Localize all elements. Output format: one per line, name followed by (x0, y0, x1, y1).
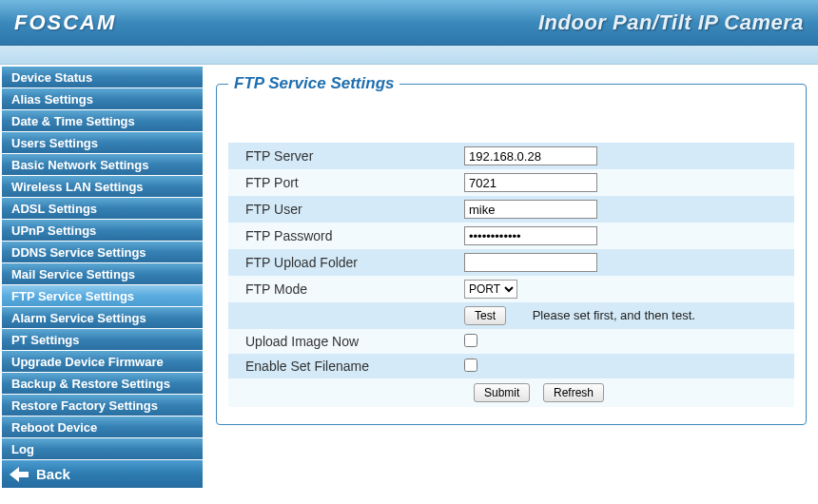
sidebar-item-label: PT Settings (11, 333, 80, 347)
row-ftp-mode: FTP Mode PORT (228, 276, 794, 302)
sidebar-item-wireless-lan-settings[interactable]: Wireless LAN Settings (2, 176, 203, 198)
upload-image-now-checkbox[interactable] (464, 334, 477, 347)
sidebar-item-ddns-service-settings[interactable]: DDNS Service Settings (2, 242, 203, 263)
sidebar-item-mail-service-settings[interactable]: Mail Service Settings (2, 263, 203, 285)
enable-set-filename-label: Enable Set Filename (228, 354, 457, 378)
sidebar-item-basic-network-settings[interactable]: Basic Network Settings (2, 154, 203, 176)
ftp-port-label: FTP Port (228, 169, 457, 196)
sidebar-item-users-settings[interactable]: Users Settings (2, 132, 203, 154)
sidebar-item-label: Users Settings (11, 136, 98, 150)
sidebar-item-device-status[interactable]: Device Status (2, 67, 203, 88)
sidebar-item-back[interactable]: Back (2, 460, 203, 489)
sidebar-item-upnp-settings[interactable]: UPnP Settings (2, 220, 203, 242)
row-upload-image-now: Upload Image Now (228, 329, 794, 354)
panel-title: FTP Service Settings (228, 74, 399, 93)
row-ftp-user: FTP User (228, 196, 794, 223)
sidebar-item-label: Mail Service Settings (11, 267, 135, 281)
sidebar: Device Status Alias Settings Date & Time… (0, 65, 204, 504)
ftp-user-label: FTP User (228, 196, 457, 223)
ftp-mode-select[interactable]: PORT (464, 280, 517, 299)
sidebar-item-ftp-service-settings[interactable]: FTP Service Settings (2, 285, 203, 307)
sidebar-item-label: Backup & Restore Settings (11, 377, 170, 391)
sidebar-item-upgrade-device-firmware[interactable]: Upgrade Device Firmware (2, 351, 203, 373)
sidebar-item-label: Alias Settings (11, 92, 93, 107)
row-ftp-server: FTP Server (228, 143, 794, 169)
subheader-bar (0, 46, 818, 65)
sidebar-item-label: Device Status (11, 70, 92, 85)
sidebar-item-label: Log (11, 442, 34, 456)
main-content: FTP Service Settings FTP Server FTP Port… (204, 65, 818, 504)
upload-image-now-label: Upload Image Now (228, 329, 457, 354)
back-arrow-icon (10, 466, 29, 483)
sidebar-item-label: FTP Service Settings (11, 289, 134, 303)
sidebar-item-label: Reboot Device (11, 420, 97, 435)
ftp-upload-folder-label: FTP Upload Folder (228, 249, 457, 276)
row-ftp-port: FTP Port (228, 169, 794, 196)
ftp-password-input[interactable] (464, 226, 597, 245)
sidebar-item-alarm-service-settings[interactable]: Alarm Service Settings (2, 307, 203, 329)
test-message: Please set first, and then test. (533, 308, 695, 322)
row-actions: Submit Refresh (228, 378, 794, 407)
row-ftp-upload-folder: FTP Upload Folder (228, 249, 794, 276)
ftp-password-label: FTP Password (228, 223, 457, 249)
sidebar-item-date-time-settings[interactable]: Date & Time Settings (2, 110, 203, 132)
row-ftp-password: FTP Password (228, 223, 794, 249)
sidebar-item-reboot-device[interactable]: Reboot Device (2, 417, 203, 438)
svg-marker-0 (10, 467, 29, 482)
sidebar-item-label: Alarm Service Settings (11, 311, 146, 325)
ftp-server-input[interactable] (464, 146, 597, 165)
sidebar-item-restore-factory-settings[interactable]: Restore Factory Settings (2, 395, 203, 417)
ftp-server-label: FTP Server (228, 143, 457, 169)
sidebar-item-backup-restore-settings[interactable]: Backup & Restore Settings (2, 373, 203, 395)
sidebar-item-label: Upgrade Device Firmware (11, 355, 164, 369)
enable-set-filename-checkbox[interactable] (464, 359, 477, 372)
header: FOSCAM Indoor Pan/Tilt IP Camera (0, 0, 818, 46)
sidebar-item-label: UPnP Settings (11, 223, 96, 238)
refresh-button[interactable]: Refresh (543, 383, 604, 402)
brand-logo: FOSCAM (14, 10, 116, 35)
ftp-upload-folder-input[interactable] (464, 253, 597, 272)
test-button[interactable]: Test (464, 306, 506, 325)
row-test: Test Please set first, and then test. (228, 302, 794, 329)
row-enable-set-filename: Enable Set Filename (228, 354, 794, 378)
sidebar-item-log[interactable]: Log (2, 438, 203, 460)
sidebar-item-label: Basic Network Settings (11, 158, 149, 172)
sidebar-item-label: ADSL Settings (11, 202, 97, 216)
header-title: Indoor Pan/Tilt IP Camera (538, 10, 804, 35)
sidebar-item-label: Date & Time Settings (11, 114, 135, 128)
sidebar-item-label: Restore Factory Settings (11, 398, 158, 413)
sidebar-item-alias-settings[interactable]: Alias Settings (2, 88, 203, 110)
ftp-settings-form: FTP Server FTP Port FTP User FTP Passwor… (228, 143, 794, 407)
sidebar-item-adsl-settings[interactable]: ADSL Settings (2, 198, 203, 220)
submit-button[interactable]: Submit (474, 383, 530, 402)
sidebar-item-pt-settings[interactable]: PT Settings (2, 329, 203, 351)
sidebar-back-label: Back (36, 466, 70, 482)
sidebar-item-label: DDNS Service Settings (11, 245, 146, 260)
sidebar-item-label: Wireless LAN Settings (11, 180, 144, 194)
ftp-port-input[interactable] (464, 173, 597, 192)
ftp-user-input[interactable] (464, 200, 597, 219)
ftp-settings-panel: FTP Service Settings FTP Server FTP Port… (216, 74, 807, 425)
ftp-mode-label: FTP Mode (228, 276, 457, 302)
